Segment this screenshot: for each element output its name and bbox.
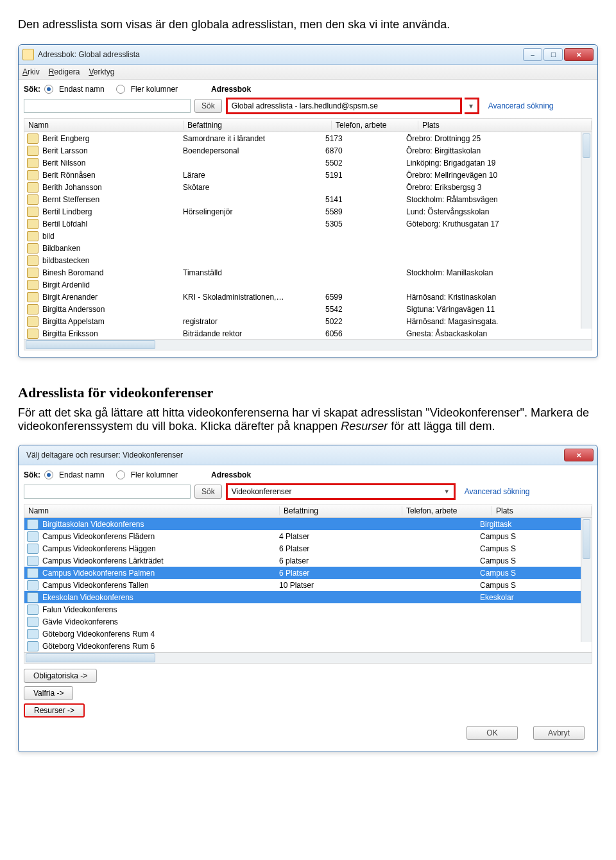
table-row[interactable]: Berith Johansson Skötare Örebro: Eriksbe…	[24, 181, 592, 193]
table-row[interactable]: Berit Engberg Samordnare it i lärandet 5…	[24, 132, 592, 144]
contact-icon	[27, 329, 38, 339]
resource-icon	[27, 629, 38, 639]
advanced-search-link[interactable]: Avancerad sökning	[465, 487, 530, 496]
cell-telefon: 5305	[324, 219, 405, 228]
cell-plats: Örebro: Birgittaskolan	[405, 146, 592, 155]
vertical-scrollbar[interactable]	[581, 518, 592, 642]
close-button[interactable]: ✕	[564, 449, 594, 461]
contact-icon	[27, 182, 38, 193]
cell-telefon: 5191	[324, 171, 405, 180]
table-row[interactable]: bildbastecken	[24, 254, 592, 266]
col-namn[interactable]: Namn	[24, 506, 280, 515]
radio-fler-kolumner[interactable]	[116, 470, 125, 479]
cell-telefon: 5173	[324, 134, 405, 143]
close-button[interactable]: ✕	[564, 48, 594, 61]
resource-icon	[27, 568, 38, 578]
table-row[interactable]: Berit Nilsson 5502 Linköping: Brigadgata…	[24, 157, 592, 169]
minimize-button[interactable]: –	[523, 48, 542, 61]
horizontal-scrollbar[interactable]	[24, 339, 592, 350]
vertical-scrollbar[interactable]	[581, 132, 592, 329]
table-header[interactable]: Namn Befattning Telefon, arbete Plats	[24, 504, 592, 518]
cell-name: Campus Videokonferens Tallen	[41, 581, 278, 590]
table-row[interactable]: Campus Videokonferens Häggen 6 Platser C…	[24, 542, 592, 555]
cell-plats: Campus S	[479, 532, 592, 541]
app-icon	[22, 49, 34, 60]
table-row[interactable]: Berit Larsson Boendepersonal 6870 Örebro…	[24, 144, 592, 157]
cell-plats: Göteborg: Kruthusgatan 17	[405, 219, 592, 228]
table-row[interactable]: Bildbanken	[24, 242, 592, 254]
resource-icon	[27, 641, 38, 651]
table-row[interactable]: Campus Videokonferens Lärkträdet 6 plats…	[24, 555, 592, 567]
cell-befattning: Samordnare it i lärandet	[182, 134, 324, 143]
advanced-search-link[interactable]: Avancerad sökning	[488, 101, 554, 110]
contact-icon	[27, 255, 38, 266]
titlebar[interactable]: Välj deltagare och resurser: Videokonfer…	[19, 445, 597, 465]
obligatoriska-button[interactable]: Obligatoriska ->	[24, 669, 97, 683]
cell-name: Bernt Steffensen	[41, 195, 182, 204]
table-row[interactable]: Göteborg Videokonferens Rum 6	[24, 640, 592, 652]
search-input[interactable]	[24, 485, 191, 499]
maximize-button[interactable]: ☐	[543, 48, 563, 61]
titlebar[interactable]: Adressbok: Global adresslista – ☐ ✕	[19, 45, 597, 65]
radio-endast-namn[interactable]	[44, 470, 53, 479]
cell-plats: Campus S	[479, 581, 592, 590]
addressbook-window: Adressbok: Global adresslista – ☐ ✕ Arki…	[18, 44, 598, 357]
table-header[interactable]: Namn Befattning Telefon, arbete Plats	[24, 119, 592, 132]
table-row[interactable]: Birgit Arenander KRI - Skoladministratio…	[24, 291, 592, 303]
radio-fler-kolumner[interactable]	[116, 85, 125, 94]
table-row[interactable]: Birgitta Eriksson Biträdande rektor 6056…	[24, 327, 592, 339]
table-row[interactable]: Ekeskolan Videokonferens Ekeskolar	[24, 591, 592, 603]
table-row[interactable]: Bertil Lindberg Hörselingenjör 5589 Lund…	[24, 205, 592, 218]
cell-befattning: 6 Platser	[278, 544, 395, 553]
table-row[interactable]: Berit Rönnåsen Lärare 5191 Örebro: Mellr…	[24, 169, 592, 181]
cell-plats: Örebro: Eriksbergsg 3	[405, 183, 592, 192]
table-row[interactable]: Birgit Ardenlid	[24, 279, 592, 291]
menu-arkiv[interactable]: Arkiv	[22, 67, 40, 76]
cell-plats: Sigtuna: Väringavägen 11	[405, 305, 592, 314]
col-namn[interactable]: Namn	[24, 121, 184, 130]
col-telefon[interactable]: Telefon, arbete	[402, 506, 492, 515]
cell-plats: Ekeskolar	[479, 593, 592, 602]
radio-endast-namn[interactable]	[44, 85, 53, 94]
col-befattning[interactable]: Befattning	[184, 121, 332, 130]
resurser-button[interactable]: Resurser ->	[24, 703, 85, 718]
avbryt-button[interactable]: Avbryt	[533, 726, 585, 740]
table-row[interactable]: Birgitta Appelstam registrator 5022 Härn…	[24, 315, 592, 327]
table-row[interactable]: Birgittaskolan Videokonferens Birgittask	[24, 518, 592, 530]
addressbook-dropdown[interactable]: Global adresslista - lars.hedlund@spsm.s…	[226, 98, 462, 114]
search-input[interactable]	[24, 99, 191, 113]
table-row[interactable]: Campus Videokonferens Tallen 10 Platser …	[24, 579, 592, 591]
table-row[interactable]: Birgitta Andersson 5542 Sigtuna: Väringa…	[24, 303, 592, 315]
cell-plats: Härnösand: Kristinaskolan	[405, 293, 592, 302]
table-row[interactable]: Göteborg Videokonferens Rum 4	[24, 628, 592, 640]
ok-button[interactable]: OK	[466, 726, 518, 740]
cell-name: Birgitta Appelstam	[41, 317, 182, 326]
col-telefon[interactable]: Telefon, arbete	[332, 121, 418, 130]
cell-telefon: 5542	[324, 305, 405, 314]
col-plats[interactable]: Plats	[418, 121, 592, 130]
horizontal-scrollbar[interactable]	[24, 652, 592, 663]
sok-button[interactable]: Sök	[194, 485, 222, 499]
col-plats[interactable]: Plats	[492, 506, 592, 515]
valfria-button[interactable]: Valfria ->	[24, 686, 73, 700]
table-row[interactable]: bild	[24, 230, 592, 242]
table-row[interactable]: Falun Videokonferens	[24, 603, 592, 615]
col-befattning[interactable]: Befattning	[280, 506, 402, 515]
table-row[interactable]: Bertil Löfdahl 5305 Göteborg: Kruthusgat…	[24, 218, 592, 230]
table-row[interactable]: Campus Videokonferens Flädern 4 Platser …	[24, 530, 592, 542]
table-row[interactable]: Binesh Boromand Timanställd Stockholm: M…	[24, 266, 592, 279]
resource-icon	[27, 605, 38, 615]
table-row[interactable]: Campus Videokonferens Palmen 6 Platser C…	[24, 567, 592, 579]
table-row[interactable]: Bernt Steffensen 5141 Stockholm: Rålambs…	[24, 193, 592, 205]
window-title: Välj deltagare och resurser: Videokonfer…	[22, 451, 564, 460]
cell-name: Berit Rönnåsen	[41, 171, 182, 180]
table-row[interactable]: Gävle Videokonferens	[24, 615, 592, 628]
menu-redigera[interactable]: Redigera	[49, 67, 80, 76]
sok-button[interactable]: Sök	[194, 99, 222, 113]
addressbook-dropdown[interactable]: Videokonferenser▼	[226, 483, 456, 500]
dropdown-caret-icon[interactable]: ▾	[465, 98, 479, 114]
cell-plats: Örebro: Mellringevägen 10	[405, 171, 592, 180]
menu-verktyg[interactable]: Verktyg	[89, 67, 114, 76]
cell-telefon: 5022	[324, 317, 405, 326]
cell-name: Bertil Löfdahl	[41, 219, 182, 228]
